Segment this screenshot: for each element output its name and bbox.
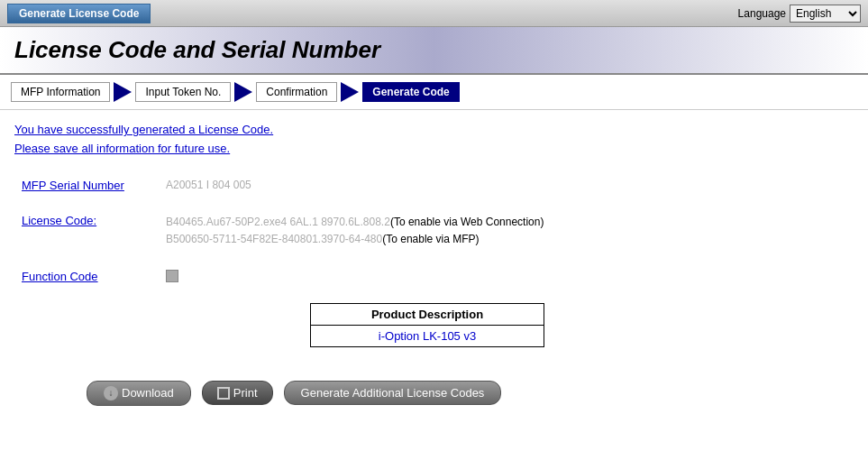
product-description-header: Product Description: [311, 303, 544, 325]
license-mfp-line: B500650-5711-54F82E-840801.3970-64-480(T…: [166, 231, 846, 248]
buttons-row: ↓ Download Print Generate Additional Lic…: [14, 373, 854, 413]
step-input-token[interactable]: Input Token No.: [135, 82, 231, 102]
download-icon: ↓: [104, 386, 118, 400]
steps-bar: MFP Information Input Token No. Confirma…: [0, 75, 868, 110]
function-code-label: Function Code: [14, 264, 159, 290]
product-description-table: Product Description i-Option LK-105 v3: [310, 303, 544, 347]
arrow-3: [337, 82, 362, 102]
generate-additional-button[interactable]: Generate Additional License Codes: [284, 381, 502, 405]
arrow-2: [231, 82, 256, 102]
download-label: Download: [122, 386, 174, 400]
license-code-row: License Code: B40465.Au67-50P2.exe4 6AL.…: [14, 208, 854, 253]
print-button[interactable]: Print: [202, 381, 273, 405]
product-desc-row: Product Description i-Option LK-105 v3: [14, 290, 854, 355]
print-label: Print: [233, 386, 258, 400]
step-generate-code[interactable]: Generate Code: [362, 82, 459, 102]
license-web-note: (To enable via Web Connection): [390, 216, 544, 228]
product-description-wrapper: Product Description i-Option LK-105 v3: [310, 303, 544, 347]
success-line-1: You have successfully generated a Licens…: [14, 121, 854, 140]
product-desc-value-row: i-Option LK-105 v3: [311, 325, 544, 346]
serial-number-row: MFP Serial Number A20051 I 804 005: [14, 173, 854, 198]
spacer-row-1: [14, 198, 854, 208]
language-area: Language English Japanese French German: [738, 5, 861, 23]
serial-number-value: A20051 I 804 005: [159, 173, 854, 198]
page-header: License Code and Serial Number: [0, 27, 868, 75]
product-desc-empty-label: [14, 290, 159, 355]
language-select[interactable]: English Japanese French German: [790, 5, 861, 23]
top-bar: Generate License Code Language English J…: [0, 0, 868, 27]
serial-number-label: MFP Serial Number: [14, 173, 159, 198]
function-code-value: [159, 264, 854, 290]
serial-number-text: A20051 I 804 005: [166, 179, 251, 191]
function-code-icon: [166, 270, 178, 282]
arrow-1: [110, 82, 135, 102]
license-mfp-text: B500650-5711-54F82E-840801.3970-64-480: [166, 233, 382, 245]
spacer-row-2: [14, 253, 854, 264]
language-label: Language: [738, 7, 786, 20]
license-mfp-note: (To enable via MFP): [382, 233, 479, 245]
license-code-label: License Code:: [14, 208, 159, 253]
product-description-value: i-Option LK-105 v3: [311, 325, 544, 346]
product-desc-header-row: Product Description: [311, 303, 544, 325]
main-content: You have successfully generated a Licens…: [0, 110, 868, 424]
license-web-line: B40465.Au67-50P2.exe4 6AL.1 8970.6L.808.…: [166, 214, 846, 231]
license-web-text: B40465.Au67-50P2.exe4 6AL.1 8970.6L.808.…: [166, 216, 390, 228]
step-mfp-info[interactable]: MFP Information: [11, 82, 110, 102]
print-icon: [217, 387, 230, 400]
generate-license-button[interactable]: Generate License Code: [7, 4, 151, 23]
page-title: License Code and Serial Number: [14, 36, 380, 63]
success-line-2: Please save all information for future u…: [14, 140, 854, 159]
info-table: MFP Serial Number A20051 I 804 005 Licen…: [14, 173, 854, 355]
function-code-row: Function Code: [14, 264, 854, 290]
product-desc-cell: Product Description i-Option LK-105 v3: [159, 290, 854, 355]
generate-additional-label: Generate Additional License Codes: [301, 386, 485, 400]
download-button[interactable]: ↓ Download: [87, 381, 191, 406]
step-confirmation[interactable]: Confirmation: [256, 82, 337, 102]
license-code-value: B40465.Au67-50P2.exe4 6AL.1 8970.6L.808.…: [159, 208, 854, 253]
success-message: You have successfully generated a Licens…: [14, 121, 854, 159]
